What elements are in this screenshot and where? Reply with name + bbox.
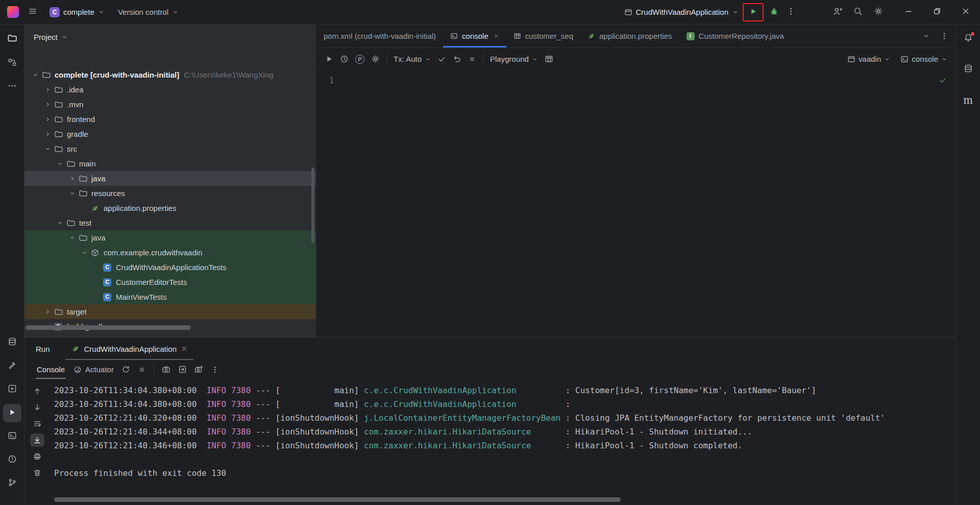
- tab-actuator[interactable]: Actuator: [74, 365, 114, 374]
- tab-close-icon[interactable]: [494, 33, 499, 39]
- clear-console-icon[interactable]: [30, 466, 44, 479]
- session-selector-console[interactable]: console: [900, 55, 947, 63]
- tree-item-customereditortests[interactable]: CCustomerEditorTests: [24, 275, 316, 290]
- chevron-right-icon[interactable]: [42, 308, 53, 315]
- down-stack-trace-icon[interactable]: [30, 401, 44, 414]
- run-config-selector[interactable]: CrudWithVaadinApplication: [621, 6, 742, 18]
- debug-button[interactable]: [768, 5, 780, 19]
- more-options-icon[interactable]: [211, 366, 219, 374]
- console-horizontal-scrollbar[interactable]: [54, 497, 621, 502]
- console-log[interactable]: 2023-10-26T11:34:04.380+08:00 INFO 7380 …: [50, 379, 955, 505]
- tab-options-icon[interactable]: [938, 30, 950, 42]
- tree-item-complete-crud-with-vaadin-initial[interactable]: complete [crud-with-vaadin-initial]C:\Us…: [24, 67, 316, 82]
- run-configuration-tab[interactable]: CrudWithVaadinApplication: [65, 338, 194, 360]
- tree-item-gradle[interactable]: gradle: [24, 127, 316, 141]
- maven-tool-icon[interactable]: m: [959, 91, 977, 109]
- chevron-down-icon[interactable]: [79, 249, 90, 256]
- services-tool-icon[interactable]: [3, 380, 21, 399]
- notifications-icon[interactable]: [959, 30, 977, 48]
- editor-tab-application-properties[interactable]: application.properties: [580, 25, 679, 47]
- project-tool-icon[interactable]: [3, 30, 21, 48]
- chevron-down-icon[interactable]: [30, 71, 41, 78]
- chevron-down-icon[interactable]: [54, 160, 65, 167]
- session-selector-vaadin[interactable]: vaadin: [847, 55, 890, 63]
- tree-item-java[interactable]: java: [24, 230, 316, 245]
- maximize-button[interactable]: [923, 0, 951, 24]
- editor-tab-customerrepository-java[interactable]: ICustomerRepository.java: [679, 25, 791, 47]
- soft-wrap-icon[interactable]: [30, 417, 44, 430]
- vcs-menu[interactable]: Version control: [115, 6, 182, 18]
- close-icon[interactable]: [181, 346, 187, 352]
- project-horizontal-scrollbar[interactable]: [26, 325, 191, 330]
- more-tool-windows-icon[interactable]: [3, 78, 21, 96]
- tree-item-mvn[interactable]: .mvn: [24, 97, 316, 112]
- editor-tab-console[interactable]: console: [443, 25, 506, 47]
- project-vertical-scrollbar[interactable]: [311, 167, 314, 243]
- chevron-down-icon[interactable]: [66, 234, 78, 241]
- tree-item-test[interactable]: test: [24, 215, 316, 230]
- folder-icon: [41, 70, 51, 79]
- tab-console[interactable]: Console: [36, 365, 66, 374]
- chevron-down-icon[interactable]: [54, 220, 65, 226]
- tree-item-target[interactable]: target: [24, 304, 316, 319]
- chevron-right-icon[interactable]: [42, 101, 53, 108]
- console-settings-icon[interactable]: [371, 55, 380, 63]
- tree-item-idea[interactable]: .idea: [24, 82, 316, 97]
- memory-snapshot-icon[interactable]: [194, 365, 203, 374]
- tree-item-src[interactable]: src: [24, 141, 316, 156]
- problems-tool-icon[interactable]: [3, 451, 21, 469]
- tree-item-java[interactable]: java: [24, 171, 316, 186]
- editor-tab-customer-seq[interactable]: customer_seq: [506, 25, 580, 47]
- history-icon[interactable]: [340, 55, 349, 63]
- explain-plan-icon[interactable]: P: [355, 55, 364, 64]
- rerun-icon[interactable]: [121, 365, 130, 374]
- close-button[interactable]: [951, 0, 980, 24]
- hidden-tabs-icon[interactable]: [920, 30, 932, 42]
- database-panel-icon[interactable]: [959, 60, 977, 79]
- chevron-right-icon[interactable]: [66, 175, 78, 182]
- project-selector[interactable]: C complete: [46, 5, 108, 19]
- structure-tool-icon[interactable]: [3, 54, 21, 73]
- dump-to-editor-icon[interactable]: [178, 365, 187, 374]
- playground-selector[interactable]: Playground: [490, 55, 538, 63]
- tx-mode-selector[interactable]: Tx: Auto: [394, 55, 431, 63]
- tree-item-application-properties[interactable]: application.properties: [24, 201, 316, 215]
- print-icon[interactable]: [30, 450, 44, 463]
- more-actions-icon[interactable]: [785, 5, 797, 19]
- up-stack-trace-icon[interactable]: [30, 384, 44, 398]
- terminal-tool-icon[interactable]: [3, 427, 21, 446]
- scroll-to-end-icon[interactable]: [30, 434, 44, 447]
- chevron-down-icon[interactable]: [42, 146, 53, 152]
- minimize-button[interactable]: [894, 0, 923, 24]
- tree-item-main[interactable]: main: [24, 156, 316, 171]
- chevron-down-icon[interactable]: [66, 190, 78, 197]
- build-tool-icon[interactable]: [3, 357, 21, 375]
- tree-item-resources[interactable]: resources: [24, 186, 316, 201]
- inspections-ok-icon[interactable]: [939, 76, 947, 84]
- chevron-right-icon[interactable]: [42, 116, 53, 123]
- project-panel-header[interactable]: Project: [24, 25, 316, 49]
- run-button[interactable]: [747, 5, 760, 19]
- session-icon: [847, 55, 855, 63]
- run-tool-icon[interactable]: [3, 404, 21, 422]
- main-menu-icon[interactable]: [26, 5, 39, 19]
- editor-body[interactable]: 1: [316, 70, 955, 337]
- tree-item-com-example-crudwithvaadin[interactable]: com.example.crudwithvaadin: [24, 245, 316, 260]
- editor-tab-pom-xml-crud-with-vaadin-initial[interactable]: pom.xml (crud-with-vaadin-initial): [316, 25, 443, 47]
- tree-item-mainviewtests[interactable]: CMainViewTests: [24, 290, 316, 304]
- database-tool-icon[interactable]: [3, 333, 21, 352]
- table-view-icon[interactable]: [545, 55, 553, 63]
- editor-content[interactable]: [344, 70, 955, 337]
- commit-check-icon[interactable]: [437, 55, 446, 63]
- tree-item-crudwithvaadinapplicationtests[interactable]: CCrudWithVaadinApplicationTests: [24, 260, 316, 275]
- execute-query-button[interactable]: [325, 55, 333, 63]
- code-with-me-icon[interactable]: [831, 5, 844, 19]
- rollback-icon[interactable]: [453, 55, 461, 63]
- chevron-right-icon[interactable]: [42, 131, 53, 137]
- chevron-right-icon[interactable]: [42, 86, 53, 93]
- tree-item-frontend[interactable]: frontend: [24, 112, 316, 127]
- version-control-tool-icon[interactable]: [3, 474, 21, 493]
- search-icon[interactable]: [851, 5, 865, 19]
- settings-icon[interactable]: [872, 5, 885, 19]
- thread-dump-icon[interactable]: [162, 365, 170, 374]
